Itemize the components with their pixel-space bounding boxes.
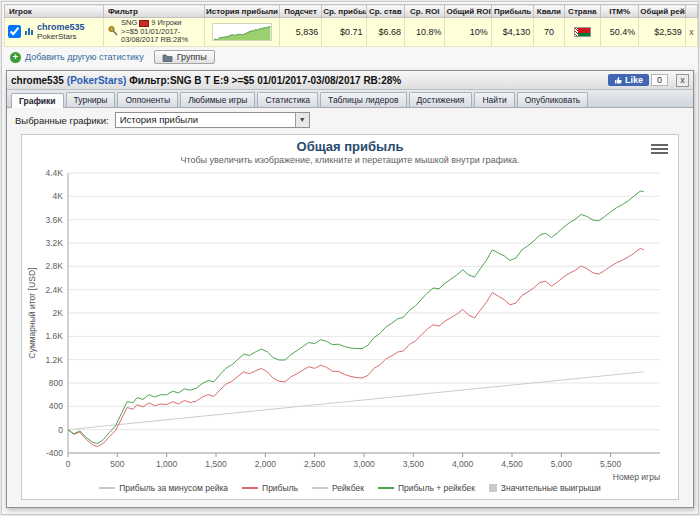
tab-1[interactable]: Турниры — [66, 92, 116, 107]
count-cell: 5,836 — [279, 18, 321, 47]
svg-text:4.4K: 4.4K — [46, 168, 64, 178]
svg-text:0: 0 — [58, 425, 63, 435]
svg-text:5,500: 5,500 — [600, 459, 622, 469]
stats-table-wrap: ИгрокФильтрИстория прибылиПодсчетСр. при… — [2, 2, 698, 47]
player-detail-panel: chrome535 (PokerStars) Фильтр:SNG В Т Е:… — [6, 70, 694, 508]
graph-select-row: Выбранные графики: История прибыли ▼ — [7, 108, 693, 132]
tab-7[interactable]: Найти — [474, 92, 514, 107]
row-close-cell: x — [685, 18, 697, 47]
legend-swatch — [378, 487, 394, 489]
facebook-widget: Like 0 — [608, 74, 668, 86]
column-header[interactable]: Ср. прибыл — [322, 5, 366, 18]
row-checkbox[interactable] — [8, 25, 21, 38]
legend-swatch — [312, 487, 328, 489]
column-header[interactable]: Общий ROI — [445, 5, 491, 18]
add-statistic-button[interactable]: + Добавить другую статистику — [10, 52, 144, 63]
table-row: chrome535 PokerStars SNG — [5, 18, 698, 47]
tab-0[interactable]: Графики — [11, 93, 64, 108]
svg-text:5,000: 5,000 — [551, 459, 573, 469]
column-header[interactable]: Подсчет — [279, 5, 321, 18]
svg-text:1,500: 1,500 — [205, 459, 227, 469]
column-header[interactable]: Прибыль — [491, 5, 533, 18]
tab-6[interactable]: Достижения — [409, 92, 473, 107]
thumb-up-icon — [614, 76, 622, 84]
panel-title-network: (PokerStars) — [67, 75, 126, 86]
graph-select-value: История прибыли — [120, 114, 198, 125]
column-header[interactable]: Квали — [534, 5, 564, 18]
player-network: PokerStars — [37, 32, 85, 42]
chart-panel: Общая прибыль Чтобы увеличить изображени… — [21, 134, 679, 500]
svg-text:2,500: 2,500 — [304, 459, 326, 469]
legend-item[interactable]: Прибыль + рейкбек — [378, 483, 475, 493]
stats-table: ИгрокФильтрИстория прибылиПодсчетСр. при… — [4, 4, 698, 47]
panel-close-button[interactable]: x — [676, 74, 689, 87]
svg-text:2.4K: 2.4K — [46, 285, 64, 295]
svg-text:4,000: 4,000 — [452, 459, 474, 469]
svg-text:1.2K: 1.2K — [46, 355, 64, 365]
folder-icon — [162, 53, 173, 62]
column-header[interactable]: Фильтр — [104, 5, 205, 18]
column-header[interactable]: Общий рейк — [639, 5, 685, 18]
svg-text:3.2K: 3.2K — [46, 238, 64, 248]
svg-text:1,000: 1,000 — [156, 459, 178, 469]
graph-select-label: Выбранные графики: — [15, 115, 109, 126]
plus-icon: + — [10, 52, 21, 63]
svg-text:3.6K: 3.6K — [46, 215, 64, 225]
tab-bar: ГрафикиТурнирыОппонентыЛюбимые игрыСтати… — [7, 90, 693, 108]
profit-sparkline[interactable] — [212, 23, 272, 41]
svg-text:-400: -400 — [46, 448, 63, 458]
legend-swatch — [99, 487, 115, 489]
facebook-like-count: 0 — [651, 74, 668, 86]
column-header[interactable]: Ср. ROI — [405, 5, 445, 18]
panel-title-player: chrome535 — [11, 75, 64, 86]
row-close-button[interactable]: x — [689, 27, 694, 37]
legend-item[interactable]: Прибыль — [242, 483, 298, 493]
filter-pin-icon[interactable] — [107, 25, 118, 38]
svg-text:Суммарный итог [USD]: Суммарный итог [USD] — [27, 268, 37, 359]
tab-8[interactable]: Опубликовать — [517, 92, 589, 107]
tab-5[interactable]: Таблицы лидеров — [320, 92, 406, 107]
svg-text:0: 0 — [66, 459, 71, 469]
svg-text:400: 400 — [49, 401, 63, 411]
sparkline-cell[interactable] — [205, 18, 280, 47]
groups-button[interactable]: Группы — [154, 50, 215, 64]
avg-profit-cell: $0.71 — [322, 18, 366, 47]
tab-2[interactable]: Оппоненты — [117, 92, 178, 107]
svg-text:2K: 2K — [53, 308, 64, 318]
chart-subtitle: Чтобы увеличить изображение, кликните и … — [24, 155, 676, 165]
rake-cell: $2,539 — [639, 18, 685, 47]
itm-cell: 50.4% — [600, 18, 638, 47]
svg-text:4K: 4K — [53, 191, 64, 201]
column-header-empty — [685, 5, 697, 18]
column-header[interactable]: Игрок — [5, 5, 104, 18]
column-header[interactable]: Ср. став — [366, 5, 404, 18]
avg-stake-cell: $6.68 — [366, 18, 404, 47]
column-header[interactable]: ITM% — [600, 5, 638, 18]
facebook-like-button[interactable]: Like — [608, 74, 649, 86]
column-header[interactable]: Страна — [564, 5, 600, 18]
chart-menu-icon[interactable] — [651, 142, 668, 156]
legend-label: Значительные выигрыши — [501, 483, 601, 493]
tab-3[interactable]: Любимые игры — [180, 92, 255, 107]
svg-text:2.8K: 2.8K — [46, 261, 64, 271]
total-roi-cell: 10% — [445, 18, 491, 47]
player-graph-icon — [24, 26, 34, 38]
profit-chart[interactable]: -40004008001.2K1.6K2K2.4K2.8K3.2K3.6K4K4… — [24, 165, 676, 483]
column-header[interactable]: История прибыли — [205, 5, 280, 18]
svg-text:3,500: 3,500 — [403, 459, 425, 469]
tab-4[interactable]: Статистика — [257, 92, 318, 107]
country-cell — [564, 18, 600, 47]
country-flag-belarus-icon — [574, 27, 591, 37]
graph-select-dropdown[interactable]: История прибыли ▼ — [115, 112, 310, 128]
legend-item[interactable]: Рейкбек — [312, 483, 364, 493]
player-link[interactable]: chrome535 — [37, 22, 85, 32]
panel-title-filter: Фильтр:SNG В Т Е:9 >=$5 01/01/2017-03/08… — [129, 75, 401, 86]
svg-text:2,000: 2,000 — [255, 459, 277, 469]
legend-item[interactable]: Прибыль за минусом рейка — [99, 483, 228, 493]
legend-label: Прибыль — [262, 483, 298, 493]
avg-roi-cell: 10.8% — [405, 18, 445, 47]
legend-item[interactable]: Значительные выигрыши — [489, 483, 601, 493]
legend-swatch — [489, 484, 497, 492]
chart-legend: Прибыль за минусом рейкаПрибыльРейкбекПр… — [24, 483, 676, 497]
chevron-down-icon: ▼ — [295, 113, 309, 127]
